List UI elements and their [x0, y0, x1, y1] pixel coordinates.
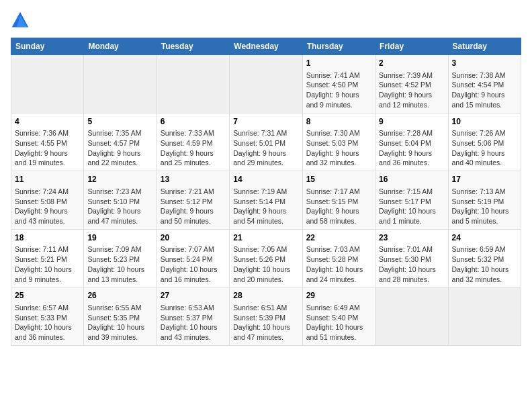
calendar-week-1: 1Sunrise: 7:41 AM Sunset: 4:50 PM Daylig… [11, 55, 521, 113]
calendar-cell: 11Sunrise: 7:24 AM Sunset: 5:08 PM Dayli… [11, 171, 84, 230]
logo [11, 11, 32, 30]
weekday-header-sunday: Sunday [11, 38, 84, 55]
weekday-header-tuesday: Tuesday [157, 38, 229, 55]
calendar-cell: 14Sunrise: 7:19 AM Sunset: 5:14 PM Dayli… [230, 171, 302, 230]
calendar-cell: 15Sunrise: 7:17 AM Sunset: 5:15 PM Dayli… [302, 171, 375, 230]
calendar-cell: 22Sunrise: 7:03 AM Sunset: 5:28 PM Dayli… [302, 229, 375, 287]
day-info: Sunrise: 7:28 AM Sunset: 5:04 PM Dayligh… [379, 128, 444, 168]
day-info: Sunrise: 7:36 AM Sunset: 4:55 PM Dayligh… [15, 128, 80, 168]
day-info: Sunrise: 7:30 AM Sunset: 5:03 PM Dayligh… [306, 128, 371, 168]
calendar-cell [375, 287, 448, 346]
day-number: 23 [379, 232, 444, 244]
calendar-table: SundayMondayTuesdayWednesdayThursdayFrid… [11, 38, 521, 346]
calendar-cell: 7Sunrise: 7:31 AM Sunset: 5:01 PM Daylig… [230, 113, 302, 171]
day-info: Sunrise: 7:35 AM Sunset: 4:57 PM Dayligh… [87, 128, 152, 168]
logo-icon [11, 11, 30, 30]
day-info: Sunrise: 7:23 AM Sunset: 5:10 PM Dayligh… [87, 187, 152, 226]
day-number: 2 [379, 58, 444, 69]
weekday-header-thursday: Thursday [302, 38, 375, 55]
calendar-cell: 5Sunrise: 7:35 AM Sunset: 4:57 PM Daylig… [84, 113, 157, 171]
calendar-week-4: 18Sunrise: 7:11 AM Sunset: 5:21 PM Dayli… [11, 229, 521, 287]
day-info: Sunrise: 7:17 AM Sunset: 5:15 PM Dayligh… [306, 187, 371, 226]
calendar-cell: 9Sunrise: 7:28 AM Sunset: 5:04 PM Daylig… [375, 113, 448, 171]
day-number: 10 [452, 116, 517, 128]
day-info: Sunrise: 7:15 AM Sunset: 5:17 PM Dayligh… [379, 187, 444, 226]
day-number: 14 [233, 174, 298, 185]
calendar-cell: 12Sunrise: 7:23 AM Sunset: 5:10 PM Dayli… [84, 171, 157, 230]
day-info: Sunrise: 6:49 AM Sunset: 5:40 PM Dayligh… [306, 303, 371, 342]
calendar-cell: 16Sunrise: 7:15 AM Sunset: 5:17 PM Dayli… [375, 171, 448, 230]
calendar-cell: 29Sunrise: 6:49 AM Sunset: 5:40 PM Dayli… [302, 287, 375, 346]
day-number: 11 [15, 174, 80, 185]
day-number: 22 [306, 232, 371, 244]
calendar-cell [448, 287, 521, 346]
day-info: Sunrise: 7:33 AM Sunset: 4:59 PM Dayligh… [161, 128, 226, 168]
day-info: Sunrise: 7:24 AM Sunset: 5:08 PM Dayligh… [15, 187, 80, 226]
day-info: Sunrise: 7:31 AM Sunset: 5:01 PM Dayligh… [233, 128, 298, 168]
day-info: Sunrise: 7:41 AM Sunset: 4:50 PM Dayligh… [306, 71, 371, 110]
weekday-header-friday: Friday [375, 38, 448, 55]
day-info: Sunrise: 6:55 AM Sunset: 5:35 PM Dayligh… [87, 303, 152, 342]
calendar-cell [11, 55, 84, 113]
weekday-header-saturday: Saturday [448, 38, 521, 55]
calendar-cell: 27Sunrise: 6:53 AM Sunset: 5:37 PM Dayli… [157, 287, 229, 346]
day-number: 18 [15, 232, 80, 244]
day-number: 19 [87, 232, 152, 244]
day-number: 13 [161, 174, 226, 185]
calendar-cell: 2Sunrise: 7:39 AM Sunset: 4:52 PM Daylig… [375, 55, 448, 113]
calendar-cell: 18Sunrise: 7:11 AM Sunset: 5:21 PM Dayli… [11, 229, 84, 287]
calendar-cell: 17Sunrise: 7:13 AM Sunset: 5:19 PM Dayli… [448, 171, 521, 230]
calendar-week-3: 11Sunrise: 7:24 AM Sunset: 5:08 PM Dayli… [11, 171, 521, 230]
day-number: 15 [306, 174, 371, 185]
calendar-cell: 8Sunrise: 7:30 AM Sunset: 5:03 PM Daylig… [302, 113, 375, 171]
calendar-cell: 20Sunrise: 7:07 AM Sunset: 5:24 PM Dayli… [157, 229, 229, 287]
day-info: Sunrise: 7:01 AM Sunset: 5:30 PM Dayligh… [379, 244, 444, 284]
day-number: 28 [233, 290, 298, 302]
day-number: 21 [233, 232, 298, 244]
calendar-cell: 24Sunrise: 6:59 AM Sunset: 5:32 PM Dayli… [448, 229, 521, 287]
calendar-cell [230, 55, 302, 113]
day-number: 27 [161, 290, 226, 302]
day-info: Sunrise: 6:57 AM Sunset: 5:33 PM Dayligh… [15, 303, 80, 342]
day-number: 20 [161, 232, 226, 244]
calendar-cell: 3Sunrise: 7:38 AM Sunset: 4:54 PM Daylig… [448, 55, 521, 113]
day-number: 26 [87, 290, 152, 302]
calendar-cell [157, 55, 229, 113]
calendar-cell: 4Sunrise: 7:36 AM Sunset: 4:55 PM Daylig… [11, 113, 84, 171]
day-number: 9 [379, 116, 444, 128]
page-header [11, 11, 521, 30]
day-info: Sunrise: 7:39 AM Sunset: 4:52 PM Dayligh… [379, 71, 444, 110]
day-info: Sunrise: 7:05 AM Sunset: 5:26 PM Dayligh… [233, 244, 298, 284]
day-number: 29 [306, 290, 371, 302]
day-number: 17 [452, 174, 517, 185]
calendar-cell: 25Sunrise: 6:57 AM Sunset: 5:33 PM Dayli… [11, 287, 84, 346]
day-info: Sunrise: 6:53 AM Sunset: 5:37 PM Dayligh… [161, 303, 226, 342]
weekday-header-monday: Monday [84, 38, 157, 55]
day-number: 7 [233, 116, 298, 128]
calendar-cell: 23Sunrise: 7:01 AM Sunset: 5:30 PM Dayli… [375, 229, 448, 287]
day-info: Sunrise: 7:38 AM Sunset: 4:54 PM Dayligh… [452, 71, 517, 110]
day-info: Sunrise: 7:09 AM Sunset: 5:23 PM Dayligh… [87, 244, 152, 284]
calendar-cell: 28Sunrise: 6:51 AM Sunset: 5:39 PM Dayli… [230, 287, 302, 346]
calendar-cell [84, 55, 157, 113]
calendar-week-2: 4Sunrise: 7:36 AM Sunset: 4:55 PM Daylig… [11, 113, 521, 171]
day-number: 5 [87, 116, 152, 128]
day-number: 12 [87, 174, 152, 185]
day-number: 25 [15, 290, 80, 302]
calendar-cell: 1Sunrise: 7:41 AM Sunset: 4:50 PM Daylig… [302, 55, 375, 113]
calendar-week-5: 25Sunrise: 6:57 AM Sunset: 5:33 PM Dayli… [11, 287, 521, 346]
day-number: 24 [452, 232, 517, 244]
day-number: 8 [306, 116, 371, 128]
day-info: Sunrise: 7:11 AM Sunset: 5:21 PM Dayligh… [15, 244, 80, 284]
calendar-cell: 13Sunrise: 7:21 AM Sunset: 5:12 PM Dayli… [157, 171, 229, 230]
day-number: 4 [15, 116, 80, 128]
weekday-header-row: SundayMondayTuesdayWednesdayThursdayFrid… [11, 38, 521, 55]
day-number: 1 [306, 58, 371, 69]
weekday-header-wednesday: Wednesday [230, 38, 302, 55]
calendar-cell: 21Sunrise: 7:05 AM Sunset: 5:26 PM Dayli… [230, 229, 302, 287]
calendar-cell: 26Sunrise: 6:55 AM Sunset: 5:35 PM Dayli… [84, 287, 157, 346]
day-number: 16 [379, 174, 444, 185]
day-info: Sunrise: 7:13 AM Sunset: 5:19 PM Dayligh… [452, 187, 517, 226]
day-number: 6 [161, 116, 226, 128]
calendar-cell: 6Sunrise: 7:33 AM Sunset: 4:59 PM Daylig… [157, 113, 229, 171]
